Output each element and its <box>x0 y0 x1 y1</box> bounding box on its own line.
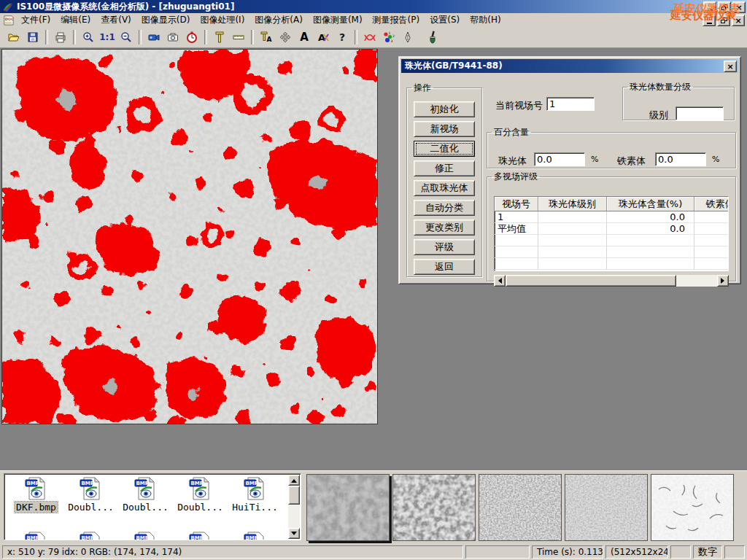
close-button[interactable]: × <box>732 1 746 13</box>
ruler-measure-button[interactable] <box>229 28 248 46</box>
file-item[interactable]: BMP <box>173 531 228 540</box>
file-list[interactable]: BMP DKF.bmp BMP Doubl... <box>4 473 301 540</box>
level-input[interactable] <box>676 106 724 120</box>
text-edit-icon: A <box>317 31 330 44</box>
snapshot-button[interactable] <box>163 28 182 46</box>
menu-image-measure[interactable]: 图像测量(M) <box>308 12 368 28</box>
col-ferrite-content: 铁素体含量(%) <box>694 197 729 211</box>
menu-edit[interactable]: 编辑(E) <box>55 12 96 28</box>
initialize-button[interactable]: 初始化 <box>414 101 475 117</box>
file-item[interactable]: BMP DKF.bmp <box>9 476 63 513</box>
file-item[interactable]: BMP Doubl... <box>63 476 118 513</box>
return-button[interactable]: 返回 <box>414 259 475 275</box>
scroll-left-button[interactable] <box>494 275 506 287</box>
current-field-input[interactable] <box>546 97 595 111</box>
text-tool-button[interactable]: A <box>295 28 314 46</box>
caliper-measure-button[interactable] <box>210 28 229 46</box>
multi-field-group-label: 多视场评级 <box>492 171 540 183</box>
file-item[interactable]: BMP Doubl... <box>173 476 228 513</box>
mode-indicator: 数字 <box>693 545 722 559</box>
menu-image-display[interactable]: 图像显示(D) <box>136 12 196 28</box>
print-button[interactable] <box>51 28 70 46</box>
toolbar-separator <box>73 30 76 44</box>
zoom-in-button[interactable] <box>79 28 98 46</box>
file-item[interactable]: BMP <box>63 531 118 540</box>
new-field-button[interactable]: 新视场 <box>414 121 475 137</box>
zoom-out-icon <box>120 31 133 44</box>
scrollbar-thumb[interactable] <box>288 486 300 505</box>
rating-table[interactable]: 视场号 珠光体级别 珠光体含量(%) 铁素体含量(%) 1 0.0 平均值 0.… <box>494 196 729 271</box>
menu-settings[interactable]: 设置(S) <box>425 12 465 28</box>
brush-tool-button[interactable] <box>423 28 442 46</box>
pen-tool-button[interactable] <box>398 28 417 46</box>
dialog-close-button[interactable]: × <box>724 61 737 72</box>
table-row <box>495 258 728 270</box>
help-button[interactable]: ? <box>333 28 352 46</box>
actual-size-button[interactable]: 1:1 <box>98 28 117 46</box>
bmp-file-icon: BMP <box>188 476 213 501</box>
pearlite-dialog: 珠光体(GB/T9441-88) × 操作 初始化 新视场 二值化 修正 点取珠… <box>398 56 741 284</box>
scrollbar-track[interactable] <box>676 275 717 287</box>
percent-group-label: 百分含量 <box>492 126 531 139</box>
scrollbar-track[interactable] <box>288 505 300 528</box>
pearlite-percent-input[interactable] <box>534 152 585 166</box>
status-panel-empty <box>724 545 745 559</box>
thumbnail-2[interactable] <box>392 474 476 541</box>
text-icon: A <box>300 31 309 44</box>
rate-button[interactable]: 评级 <box>414 239 475 255</box>
menu-file[interactable]: 文件(F) <box>16 12 55 28</box>
menu-image-processing[interactable]: 图像处理(I) <box>195 12 249 28</box>
dialog-title-bar[interactable]: 珠光体(GB/T9441-88) <box>401 59 738 73</box>
restore-button[interactable] <box>718 1 731 13</box>
table-horizontal-scrollbar[interactable] <box>494 275 729 287</box>
text-edit-button[interactable]: A <box>314 28 333 46</box>
file-item[interactable]: BMP Doubl... <box>118 476 173 513</box>
file-item[interactable]: BMP <box>228 531 282 540</box>
bmp-file-icon: BMP <box>79 476 104 501</box>
minimize-button[interactable] <box>703 1 716 13</box>
change-class-button[interactable]: 更改类别 <box>414 219 475 236</box>
file-item[interactable]: BMP HuiTi... <box>228 476 282 513</box>
menu-measure-report[interactable]: 测量报告(P) <box>368 12 425 28</box>
child-minimize-button[interactable] <box>703 15 716 26</box>
file-list-scrollbar[interactable] <box>288 475 300 539</box>
auto-classify-button[interactable]: 自动分类 <box>414 200 475 216</box>
spline-icon <box>363 31 376 44</box>
file-item[interactable]: BMP <box>9 531 63 540</box>
child-restore-button[interactable] <box>717 15 730 26</box>
save-button[interactable] <box>23 28 42 46</box>
scroll-right-button[interactable] <box>717 275 729 287</box>
scroll-down-button[interactable] <box>288 528 300 539</box>
thumbnail-5[interactable] <box>651 474 734 541</box>
measure-label-button[interactable]: A <box>257 28 276 46</box>
thumbnail-1[interactable] <box>306 474 390 541</box>
scrollbar-thumb[interactable] <box>506 275 676 287</box>
timer-button[interactable] <box>182 28 201 46</box>
svg-text:BMP: BMP <box>190 481 203 486</box>
table-row[interactable]: 平均值 0.0 <box>495 223 728 235</box>
menu-help[interactable]: 帮助(H) <box>465 12 506 28</box>
open-button[interactable] <box>4 28 23 46</box>
thumbnail-4[interactable] <box>565 474 648 541</box>
svg-text:BMP: BMP <box>81 535 93 540</box>
file-item[interactable]: BMP <box>118 531 173 540</box>
child-close-button[interactable]: × <box>732 15 745 26</box>
binarize-button[interactable]: 二值化 <box>414 141 475 157</box>
class-colors-button[interactable]: 1 2 3 <box>379 28 398 46</box>
menu-image-analysis[interactable]: 图像分析(A) <box>249 12 308 28</box>
spline-tool-button[interactable] <box>360 28 379 46</box>
ferrite-percent-input[interactable] <box>655 152 706 166</box>
pick-pearlite-button[interactable]: 点取珠光体 <box>414 180 475 196</box>
menu-bar: DOC 文件(F) 编辑(E) 查看(V) 图像显示(D) 图像处理(I) 图像… <box>0 13 747 27</box>
app-logo-icon <box>2 1 14 12</box>
move-tool-button[interactable] <box>276 28 295 46</box>
metallographic-image[interactable] <box>1 49 378 424</box>
scroll-up-button[interactable] <box>288 475 300 486</box>
zoom-out-button[interactable] <box>117 28 136 46</box>
table-row[interactable]: 1 0.0 <box>495 211 728 223</box>
thumbnail-3[interactable] <box>479 474 562 541</box>
menu-view[interactable]: 查看(V) <box>96 12 136 28</box>
correct-button[interactable]: 修正 <box>414 160 475 176</box>
video-capture-button[interactable] <box>144 28 163 46</box>
toolbar: 1:1 <box>0 27 747 48</box>
